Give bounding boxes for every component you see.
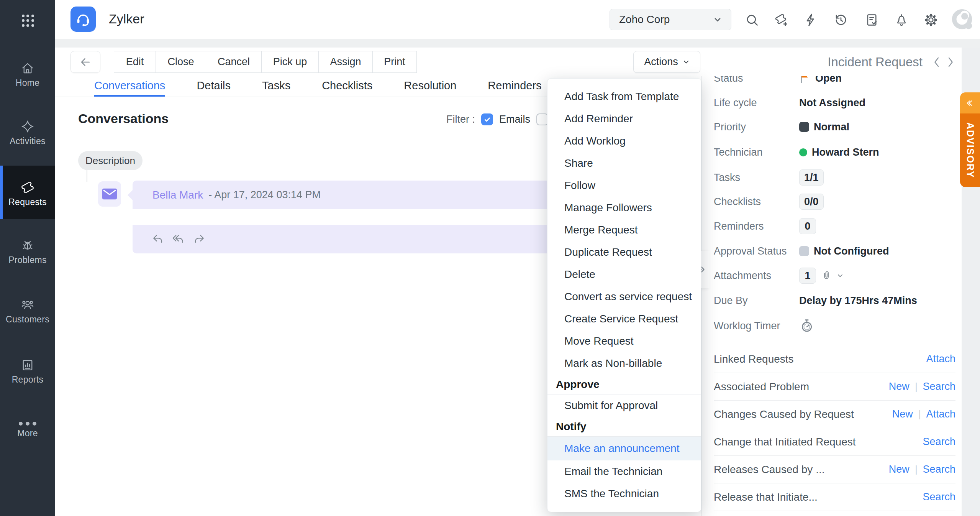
sidebar-item-activities[interactable]: Activities	[0, 120, 55, 146]
edit-button[interactable]: Edit	[114, 51, 156, 73]
actions-button[interactable]: Actions	[633, 51, 700, 73]
sidebar-item-more[interactable]: More	[0, 422, 55, 439]
quick-actions-icon[interactable]	[803, 12, 819, 28]
menu-item-add-worklog[interactable]: Add Worklog	[547, 130, 701, 152]
menu-item-manage-followers[interactable]: Manage Followers	[547, 197, 701, 219]
advisory-body[interactable]: ADVISORY	[960, 113, 980, 187]
ellipsis-icon	[0, 422, 55, 426]
search-link[interactable]: Search	[923, 463, 955, 475]
divider	[915, 381, 918, 393]
menu-item-move-request[interactable]: Move Request	[547, 330, 701, 352]
tab-details[interactable]: Details	[197, 76, 231, 97]
attach-link[interactable]: Attach	[926, 353, 955, 365]
associated-problem-row: Associated Problem NewSearch	[714, 373, 955, 401]
menu-item-add-task-from-template[interactable]: Add Task from Template	[547, 85, 701, 108]
assign-button[interactable]: Assign	[318, 51, 373, 73]
link-row-label: Linked Requests	[714, 353, 794, 365]
back-button[interactable]	[70, 51, 100, 73]
sidebar-item-label: Home	[0, 78, 55, 88]
sidebar-item-requests[interactable]: Requests	[0, 166, 55, 219]
ticket-add-icon[interactable]	[773, 12, 790, 28]
field-value: Howard Stern	[812, 146, 879, 158]
close-button[interactable]: Close	[156, 51, 206, 73]
releases-caused-row: Releases Caused by ... NewSearch	[714, 456, 955, 483]
sidebar-item-label: More	[0, 428, 55, 439]
search-icon[interactable]	[744, 12, 760, 28]
emails-checkbox[interactable]	[481, 113, 493, 125]
search-link[interactable]: Search	[923, 491, 955, 503]
reminders-count-badge[interactable]: 0	[799, 218, 816, 234]
app-grid-icon[interactable]	[22, 15, 34, 27]
reply-icon[interactable]	[152, 233, 164, 245]
activities-icon	[0, 120, 55, 133]
pickup-button[interactable]: Pick up	[261, 51, 319, 73]
link-row-label: Associated Problem	[714, 381, 809, 393]
print-button[interactable]: Print	[372, 51, 417, 73]
description-chip[interactable]: Description	[78, 151, 143, 170]
advisory-tab[interactable]: ADVISORY	[960, 92, 980, 187]
notes-checkbox[interactable]	[536, 113, 548, 125]
cancel-button[interactable]: Cancel	[206, 51, 262, 73]
conversations-heading: Conversations	[78, 111, 169, 126]
menu-item-follow[interactable]: Follow	[547, 174, 701, 197]
forward-icon[interactable]	[193, 233, 205, 245]
card-pointer	[128, 190, 133, 200]
details-panel: Status Open Life cycle Not Assigned Prio…	[701, 76, 962, 516]
chevron-down-icon[interactable]	[837, 272, 844, 279]
menu-item-duplicate-request[interactable]: Duplicate Request	[547, 241, 701, 263]
menu-item-share[interactable]: Share	[547, 152, 701, 174]
arrow-left-icon	[79, 56, 92, 69]
org-selector[interactable]: Zoho Corp	[610, 9, 731, 30]
menu-item-email-the-technician[interactable]: Email the Technician	[547, 460, 701, 483]
sidebar-item-home[interactable]: Home	[0, 61, 55, 88]
menu-item-merge-request[interactable]: Merge Request	[547, 219, 701, 241]
notifications-icon[interactable]	[893, 12, 910, 28]
new-link[interactable]: New	[889, 463, 910, 475]
checklists-count-badge[interactable]: 0/0	[799, 194, 824, 210]
menu-item-add-reminder[interactable]: Add Reminder	[547, 108, 701, 130]
stopwatch-icon[interactable]	[799, 318, 814, 334]
menu-item-mark-as-non-billable[interactable]: Mark as Non-billable	[547, 352, 701, 375]
avatar[interactable]	[951, 8, 975, 31]
headset-icon	[75, 11, 92, 28]
next-request-icon[interactable]	[946, 56, 956, 68]
menu-item-convert-as-service-request[interactable]: Convert as service request	[547, 286, 701, 308]
topbar: Zylker Zoho Corp	[55, 0, 980, 39]
menu-item-submit-for-approval[interactable]: Submit for Approval	[547, 394, 701, 417]
tab-conversations[interactable]: Conversations	[94, 76, 165, 97]
emails-checkbox-label: Emails	[499, 113, 530, 125]
tab-reminders[interactable]: Reminders	[488, 76, 541, 97]
attachments-count-badge[interactable]: 1	[799, 268, 816, 284]
history-icon[interactable]	[833, 12, 849, 28]
search-link[interactable]: Search	[923, 381, 955, 393]
tab-checklists[interactable]: Checklists	[322, 76, 372, 97]
reply-all-icon[interactable]	[172, 233, 185, 245]
tab-tasks[interactable]: Tasks	[262, 76, 290, 97]
menu-item-make-an-announcement[interactable]: Make an announcement	[547, 437, 701, 460]
field-value: Open	[815, 76, 842, 84]
new-link[interactable]: New	[889, 381, 910, 393]
detail-row-reminders: Reminders 0	[714, 218, 958, 235]
tasks-count-badge[interactable]: 1/1	[799, 169, 824, 186]
previous-request-icon[interactable]	[931, 56, 942, 68]
people-icon	[0, 298, 55, 312]
menu-item-sms-the-technician[interactable]: SMS the Technician	[547, 483, 701, 505]
advisory-expand[interactable]	[960, 92, 980, 113]
menu-item-create-service-request[interactable]: Create Service Request	[547, 308, 701, 330]
tab-resolution[interactable]: Resolution	[404, 76, 456, 97]
settings-icon[interactable]	[923, 12, 939, 28]
main-panel: Edit Close Cancel Pick up Assign Print A…	[55, 48, 962, 516]
chevron-down-icon	[713, 15, 722, 24]
sender-link[interactable]: Bella Mark	[152, 189, 203, 201]
feedback-icon[interactable]	[864, 12, 880, 28]
search-link[interactable]: Search	[923, 436, 955, 448]
sidebar-item-customers[interactable]: Customers	[0, 298, 55, 325]
app-logo[interactable]	[70, 7, 96, 32]
menu-item-delete[interactable]: Delete	[547, 263, 701, 286]
attach-link[interactable]: Attach	[926, 408, 955, 420]
paperclip-icon[interactable]	[821, 270, 832, 281]
detail-row-technician: Technician Howard Stern	[714, 144, 958, 161]
sidebar-item-reports[interactable]: Reports	[0, 358, 55, 385]
new-link[interactable]: New	[892, 408, 913, 420]
sidebar-item-problems[interactable]: Problems	[0, 238, 55, 265]
